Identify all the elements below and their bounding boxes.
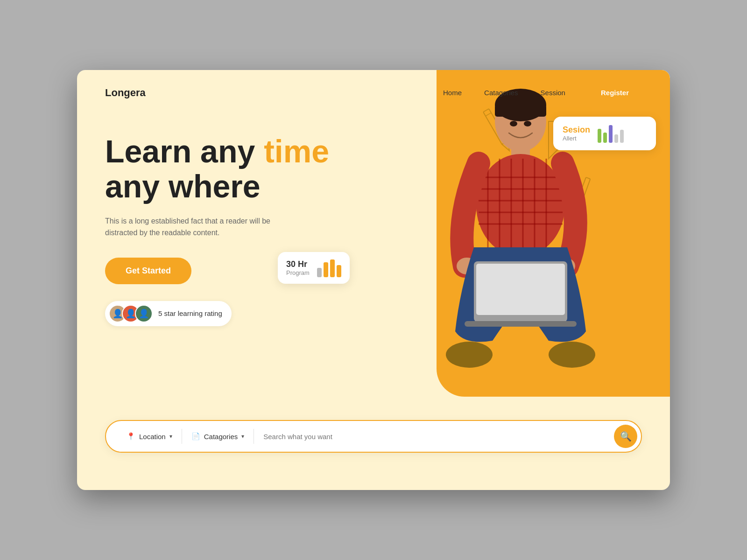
register-button[interactable]: Register xyxy=(588,83,642,102)
search-input[interactable] xyxy=(254,428,614,445)
nav-catagories[interactable]: Catagories xyxy=(484,89,518,97)
bar-2 xyxy=(603,133,607,143)
location-chevron-icon: ▾ xyxy=(169,433,172,440)
location-pin-icon: 📍 xyxy=(127,432,135,441)
prog-bar-3 xyxy=(330,259,335,277)
svg-rect-28 xyxy=(465,321,577,327)
bar-5 xyxy=(620,130,624,143)
nav-home[interactable]: Home xyxy=(443,89,462,97)
categories-dropdown[interactable]: 📄 Catagories ▾ xyxy=(182,427,254,445)
program-mini-chart xyxy=(317,259,341,277)
session-card-title: Sesion xyxy=(563,125,590,135)
person-image xyxy=(409,70,614,378)
hero-title-highlight: time xyxy=(264,133,329,169)
categories-label: Catagories xyxy=(204,433,238,441)
navbar: Longera Home Catagories Session Register xyxy=(77,70,670,115)
brand-logo: Longera xyxy=(105,87,146,99)
prog-bar-4 xyxy=(337,265,341,277)
location-dropdown[interactable]: 📍 Location ▾ xyxy=(117,427,182,445)
program-card: 30 Hr Program xyxy=(278,252,350,284)
svg-point-32 xyxy=(549,342,595,368)
hero-subtitle: This is a long established fact that a r… xyxy=(105,215,282,239)
svg-point-30 xyxy=(524,121,531,126)
card-session-text: Sesion Allert xyxy=(563,125,590,142)
avatar-stack: 👤 👤 👤 xyxy=(109,305,153,322)
session-mini-chart xyxy=(598,124,624,143)
prog-bar-2 xyxy=(324,262,328,277)
avatar-3: 👤 xyxy=(135,305,153,322)
location-label: Location xyxy=(139,433,166,441)
bar-4 xyxy=(614,134,618,143)
search-button[interactable]: 🔍 xyxy=(614,425,637,448)
hero-title-line1: Learn any xyxy=(105,133,264,169)
rating-text: 5 star learning rating xyxy=(158,309,222,317)
session-card-subtitle: Allert xyxy=(563,135,590,142)
search-bar: 📍 Location ▾ 📄 Catagories ▾ 🔍 xyxy=(105,420,642,453)
svg-point-29 xyxy=(510,121,517,126)
svg-point-31 xyxy=(446,342,493,368)
categories-chevron-icon: ▾ xyxy=(241,433,244,440)
search-icon: 🔍 xyxy=(620,431,632,442)
main-window: Longera Home Catagories Session Register… xyxy=(77,70,670,490)
program-card-subtitle: Program xyxy=(286,269,310,276)
category-book-icon: 📄 xyxy=(191,432,200,441)
bar-3 xyxy=(609,125,613,143)
nav-links: Home Catagories Session Register xyxy=(443,83,642,102)
card-program-text: 30 Hr Program xyxy=(286,259,310,276)
hero-title-line2: any where xyxy=(105,168,261,204)
search-section: 📍 Location ▾ 📄 Catagories ▾ 🔍 xyxy=(105,420,642,453)
program-card-title: 30 Hr xyxy=(286,259,310,269)
get-started-button[interactable]: Get Started xyxy=(105,258,191,284)
svg-rect-27 xyxy=(476,264,565,315)
nav-session[interactable]: Session xyxy=(541,89,565,97)
rating-badge: 👤 👤 👤 5 star learning rating xyxy=(105,301,232,326)
bar-1 xyxy=(598,129,601,143)
prog-bar-1 xyxy=(317,268,322,277)
session-alert-card: Sesion Allert xyxy=(553,117,656,150)
svg-point-12 xyxy=(476,154,565,257)
